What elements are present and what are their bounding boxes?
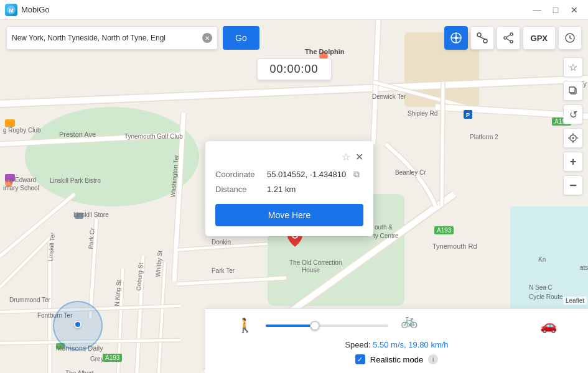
map-container[interactable]: P The Dolphin The Old Correction House P… — [0, 20, 588, 373]
zoom-out-button[interactable]: − — [563, 175, 583, 195]
favorite-button[interactable]: ☆ — [342, 151, 350, 163]
svg-line-36 — [442, 82, 443, 206]
speed-slider-thumb[interactable] — [310, 321, 320, 331]
coord-label: Coordinate — [215, 170, 262, 179]
svg-line-61 — [479, 37, 485, 39]
app-title: MobiGo — [21, 5, 50, 14]
coordinate-popup: ☆ ✕ Coordinate 55.014552, -1.434810 ⧉ Di… — [205, 141, 373, 236]
search-text: New York, North Tyneside, North of Tyne,… — [12, 34, 198, 42]
speed-panel: 🚶 🚲 🚗 Speed: 5.50 m/s, 19.80 km/h ✓ Real… — [205, 308, 588, 373]
leaflet-attribution: Leaflet — [563, 297, 587, 305]
top-toolbar: New York, North Tyneside, North of Tyne,… — [6, 26, 582, 50]
svg-rect-69 — [569, 87, 575, 93]
realistic-mode-row: ✓ Realistic mode i — [224, 354, 569, 364]
speed-display: Speed: 5.50 m/s, 19.80 km/h — [224, 340, 569, 349]
teleport-tool-button[interactable] — [444, 26, 468, 50]
speed-label: Speed: — [345, 340, 370, 349]
app-logo: M — [5, 4, 17, 16]
titlebar: M MobiGo — □ ✕ — [0, 0, 588, 20]
copy-map-button[interactable] — [563, 81, 583, 101]
transport-selector: 🚶 🚲 🚗 — [224, 318, 569, 334]
minimize-button[interactable]: — — [528, 3, 546, 17]
svg-point-3 — [25, 107, 199, 206]
svg-line-66 — [506, 39, 510, 41]
copy-coord-button[interactable]: ⧉ — [353, 169, 360, 180]
svg-rect-48 — [75, 213, 83, 219]
svg-point-60 — [483, 39, 487, 43]
route-tool-button[interactable] — [470, 26, 494, 50]
distance-label: Distance — [215, 185, 262, 194]
bike-icon[interactable]: 🚲 — [401, 313, 418, 329]
svg-rect-45 — [5, 119, 15, 127]
zoom-in-button[interactable]: + — [563, 152, 583, 172]
search-clear-button[interactable]: ✕ — [202, 33, 212, 43]
search-box[interactable]: New York, North Tyneside, North of Tyne,… — [6, 26, 218, 50]
close-button[interactable]: ✕ — [566, 3, 583, 17]
maximize-button[interactable]: □ — [547, 3, 564, 17]
svg-point-63 — [510, 40, 513, 43]
titlebar-left: M MobiGo — [5, 4, 50, 16]
speed-slider-fill — [266, 325, 315, 327]
gpx-button[interactable]: GPX — [523, 26, 556, 50]
locate-me-button[interactable] — [563, 128, 583, 148]
go-button[interactable]: Go — [223, 26, 259, 50]
speed-value: 5.50 m/s, 19.80 km/h — [373, 340, 448, 349]
window-controls: — □ ✕ — [528, 3, 583, 17]
svg-point-59 — [477, 33, 481, 37]
svg-line-65 — [506, 35, 510, 37]
move-here-button[interactable]: Move Here — [215, 204, 363, 226]
info-button[interactable]: i — [428, 354, 438, 364]
timer-display: 00:00:00 — [256, 58, 331, 80]
location-dot — [74, 321, 82, 328]
right-sidebar: ☆ ↺ + − — [563, 57, 583, 195]
svg-point-62 — [510, 33, 513, 35]
share-button[interactable] — [497, 26, 520, 50]
svg-point-64 — [504, 37, 506, 39]
map-tools: GPX — [444, 26, 582, 50]
svg-point-47 — [5, 180, 12, 187]
svg-point-71 — [572, 137, 574, 139]
coordinate-row: Coordinate 55.014552, -1.434810 ⧉ — [215, 169, 363, 180]
recenter-button[interactable]: ↺ — [563, 104, 583, 124]
speed-slider-track[interactable] — [266, 325, 388, 327]
history-button[interactable] — [558, 26, 582, 50]
svg-text:P: P — [466, 112, 470, 118]
walk-icon[interactable]: 🚶 — [236, 318, 253, 334]
car-icon[interactable]: 🚗 — [540, 318, 557, 334]
coord-value: 55.014552, -1.434810 — [267, 170, 346, 179]
realistic-mode-label: Realistic mode — [370, 355, 423, 364]
favorites-button[interactable]: ☆ — [563, 57, 583, 77]
popup-close-button[interactable]: ✕ — [355, 151, 363, 163]
distance-row: Distance 1.21 km — [215, 185, 363, 194]
svg-point-58 — [454, 37, 457, 40]
realistic-mode-checkbox[interactable]: ✓ — [355, 354, 365, 364]
svg-text:M: M — [9, 7, 14, 14]
popup-header: ☆ ✕ — [215, 151, 363, 163]
distance-value: 1.21 km — [267, 185, 296, 194]
